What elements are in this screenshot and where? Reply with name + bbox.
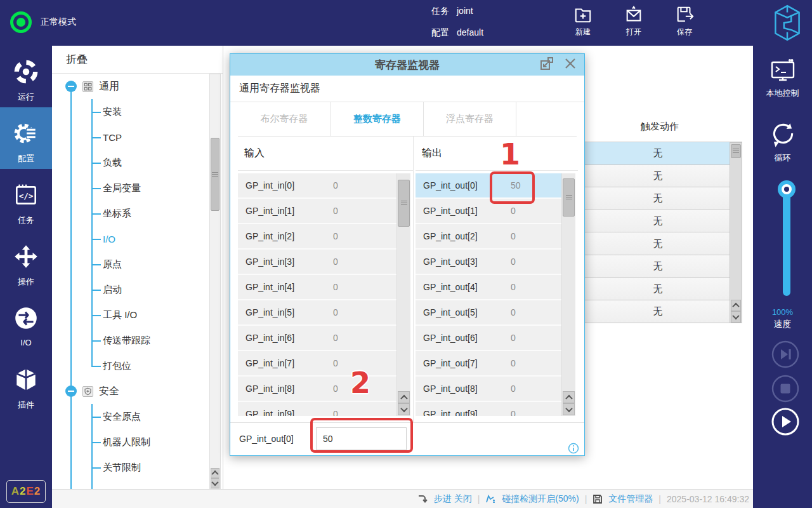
register-row[interactable]: GP_int_in[1] 0 [238,199,396,224]
register-row[interactable]: GP_int_out[9] 0 [416,402,561,416]
play-button[interactable] [771,408,799,436]
new-button[interactable]: 新建 [563,5,603,37]
tree-node-general[interactable]: 通用 [52,74,209,99]
register-row[interactable]: GP_int_in[5] 0 [238,300,396,326]
trigger-scroll-up-button[interactable] [731,300,741,311]
tree-item-label: 负载 [103,157,122,169]
register-row[interactable]: GP_int_out[7] 0 [416,351,561,377]
tree-item[interactable]: 打包位 [91,353,209,378]
register-tab[interactable]: 浮点寄存器 [423,102,516,136]
tree-item[interactable]: 坐标系 [91,201,209,226]
tree-node-safety[interactable]: 安全 [52,378,209,404]
open-button[interactable]: 打开 [613,5,654,37]
register-row[interactable]: GP_int_out[6] 0 [416,326,561,351]
dialog-close-button[interactable] [563,57,578,72]
output-scroll-thumb[interactable] [563,178,575,217]
input-scroll-down-button[interactable] [398,403,410,415]
collapse-header[interactable]: 折叠 [52,46,223,74]
tree-scroll-up-button[interactable] [211,468,219,478]
collision-detect-status[interactable]: 碰撞检测开启(50%) [502,493,579,505]
tree-item-label: 工具 I/O [103,309,137,321]
file-manager-link[interactable]: 文件管理器 [608,493,653,505]
register-row[interactable]: GP_int_in[3] 0 [238,250,396,275]
register-row[interactable]: GP_int_in[7] 0 [238,351,396,377]
register-name: GP_int_out[6] [423,333,511,343]
tree-item[interactable]: 关节限制 [91,455,209,480]
register-tab[interactable]: 布尔寄存器 [238,102,331,136]
step-mode-status[interactable]: 步进 关闭 [434,493,472,505]
speed-slider-track[interactable] [783,189,790,296]
stop-button[interactable] [771,375,799,403]
register-row[interactable]: GP_int_out[2] 0 [416,224,561,250]
register-row[interactable]: GP_int_in[0] 0 [238,173,396,199]
loop-button[interactable]: 循环 [753,121,812,164]
annotation-box-2 [310,418,413,453]
tree-item[interactable]: 工具 I/O [91,302,209,328]
mode-label: 正常模式 [41,17,76,28]
register-row[interactable]: GP_int_in[9] 0 [238,402,396,416]
output-register-list: GP_int_out[0] 50 GP_int_out[1] 0 GP_int_… [416,173,575,416]
input-scrollbar[interactable] [396,173,410,416]
register-row[interactable]: GP_int_out[0] 50 [416,173,561,199]
annotation-box-1 [490,171,535,204]
tree-item[interactable]: 原点 [91,251,209,277]
tree-scroll-thumb[interactable] [211,138,219,211]
tree-item[interactable]: 传送带跟踪 [91,328,209,353]
collapse-minus-icon[interactable] [65,385,77,397]
register-row[interactable]: GP_int_out[8] 0 [416,377,561,402]
dialog-restore-button[interactable] [539,57,554,72]
info-icon[interactable] [568,443,579,454]
input-scroll-up-button[interactable] [398,391,410,403]
badge-char: 2 [20,485,26,498]
register-name: GP_int_out[3] [423,257,511,267]
tree-item[interactable] [91,480,209,489]
tree-item[interactable]: TCP [91,124,209,150]
tree-item-label: 传送带跟踪 [103,335,150,347]
register-row[interactable]: GP_int_in[8] 0 [238,377,396,402]
sidebar-item-run[interactable]: 运行 [0,46,52,107]
tree-item[interactable]: 全局变量 [91,175,209,201]
register-row[interactable]: GP_int_out[3] 0 [416,250,561,275]
output-scrollbar[interactable] [561,173,575,416]
tree-item[interactable]: 安装 [91,99,209,124]
tree-scroll-down-button[interactable] [211,478,219,488]
tree-item[interactable]: 启动 [91,277,209,302]
sidebar-item-io[interactable]: I/O [0,292,52,354]
chevron-up-icon [400,394,407,401]
save-label: 保存 [677,27,692,36]
register-name: GP_int_in[5] [246,307,333,318]
tree-scrollbar[interactable] [209,74,221,489]
collapse-minus-icon[interactable] [65,81,77,92]
tree-item[interactable]: 安全原点 [91,404,209,429]
local-control-button[interactable]: 本地控制 [753,57,812,99]
tree-item[interactable]: I/O [91,226,209,251]
register-row[interactable]: GP_int_in[6] 0 [238,326,396,351]
register-row[interactable]: GP_int_out[4] 0 [416,275,561,300]
input-scroll-thumb[interactable] [398,180,410,227]
sidebar-item-config[interactable]: 配置 [0,107,52,169]
sidebar-item-operate[interactable]: 操作 [0,231,52,292]
config-tree-panel: 折叠 通用 安装 TCP 负载 全局变量 坐标系 [52,46,223,489]
sidebar-item-task[interactable]: </> 任务 [0,169,52,231]
register-name: GP_int_in[1] [246,206,333,216]
sidebar-item-plugin[interactable]: 插件 [0,354,52,415]
step-next-button[interactable] [771,340,799,368]
output-scroll-up-button[interactable] [563,391,575,403]
tree-node-label: 通用 [99,80,119,93]
output-scroll-down-button[interactable] [563,403,575,415]
register-row[interactable]: GP_int_in[4] 0 [238,275,396,300]
trigger-scrollbar[interactable] [730,142,742,323]
save-button[interactable]: 保存 [664,5,705,37]
dialog-title: 寄存器监视器 [230,58,584,72]
register-row[interactable]: GP_int_in[2] 0 [238,224,396,250]
register-row[interactable]: GP_int_out[1] 0 [416,199,561,224]
trigger-scroll-thumb[interactable] [731,144,741,158]
tree-item-label: 安装 [103,106,122,118]
register-tab[interactable]: 整数寄存器 [331,102,423,136]
tree-item-label: 坐标系 [103,208,131,220]
trigger-scroll-down-button[interactable] [731,311,741,323]
register-row[interactable]: GP_int_out[5] 0 [416,300,561,326]
tree-item[interactable]: 机器人限制 [91,429,209,455]
speed-slider-handle[interactable] [778,180,796,198]
tree-item[interactable]: 负载 [91,150,209,175]
